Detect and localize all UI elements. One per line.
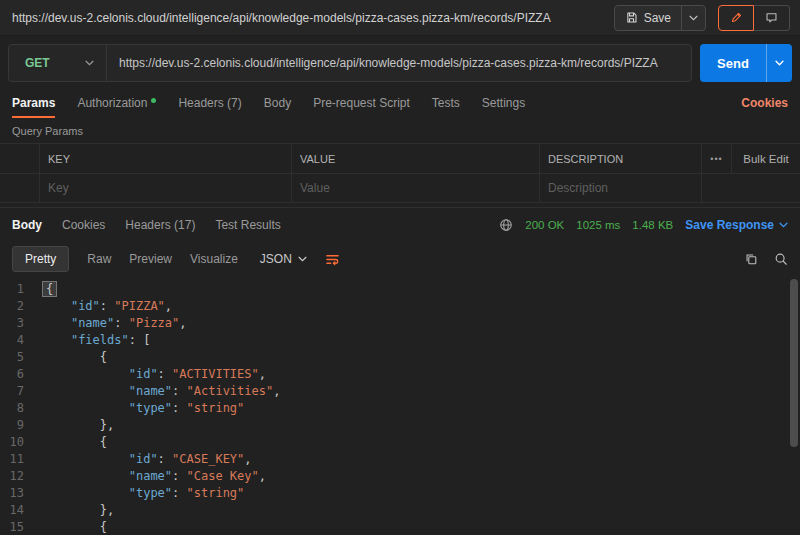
status-badge[interactable]: 200 OK	[525, 219, 564, 231]
code-line: 8 "type": "string"	[0, 400, 800, 417]
tab-authorization-label: Authorization	[77, 96, 147, 110]
toolbar-right	[744, 252, 788, 266]
request-action-group	[718, 5, 790, 31]
send-button-label-area[interactable]: Send	[700, 44, 766, 82]
save-button[interactable]: Save	[615, 6, 681, 30]
send-button[interactable]: Send	[700, 44, 792, 82]
cookies-link[interactable]: Cookies	[741, 96, 788, 110]
empty-cell	[732, 174, 800, 202]
response-body: 1{2 "id": "PIZZA",3 "name": "Pizza",4 "f…	[0, 277, 800, 535]
chevron-down-icon	[689, 15, 698, 21]
response-meta: 200 OK 1025 ms 1.48 KB Save Response	[499, 218, 788, 232]
response-size[interactable]: 1.48 KB	[632, 219, 673, 231]
code-line: 13 "type": "string"	[0, 485, 800, 502]
save-icon	[625, 11, 638, 24]
scrollbar-thumb[interactable]	[790, 279, 798, 447]
line-number: 7	[0, 383, 36, 400]
params-select-column	[0, 144, 40, 173]
query-params-label: Query Params	[0, 118, 800, 143]
chevron-down-icon	[779, 222, 788, 228]
wrap-lines-button[interactable]	[325, 252, 340, 267]
scrollbar-track[interactable]	[788, 277, 800, 535]
request-tabs: Params Authorization Headers (7) Body Pr…	[0, 88, 800, 118]
response-time[interactable]: 1025 ms	[576, 219, 620, 231]
code-line: 14 },	[0, 502, 800, 519]
param-value-input[interactable]	[300, 181, 531, 195]
url-input[interactable]	[107, 45, 691, 81]
line-number: 1	[0, 281, 36, 298]
response-tab-cookies[interactable]: Cookies	[62, 218, 105, 232]
more-options-button[interactable]: •••	[702, 144, 732, 173]
tab-authorization[interactable]: Authorization	[77, 96, 156, 110]
request-title: https://dev.us-2.celonis.cloud/intellige…	[12, 11, 614, 25]
view-tab-visualize[interactable]: Visualize	[190, 252, 238, 266]
format-label: JSON	[260, 252, 292, 266]
line-number: 10	[0, 434, 36, 451]
line-number: 2	[0, 298, 36, 315]
authorization-status-dot	[151, 98, 156, 103]
code-line: 11 "id": "CASE_KEY",	[0, 451, 800, 468]
tab-settings[interactable]: Settings	[482, 96, 525, 110]
tab-body[interactable]: Body	[264, 96, 291, 110]
view-tab-pretty[interactable]: Pretty	[12, 246, 69, 272]
send-button-label: Send	[717, 56, 749, 71]
line-number: 4	[0, 332, 36, 349]
bulk-edit-button[interactable]: Bulk Edit	[732, 144, 800, 173]
code-line: 7 "name": "Activities",	[0, 383, 800, 400]
response-tab-headers[interactable]: Headers (17)	[125, 218, 195, 232]
code-lines: 1{2 "id": "PIZZA",3 "name": "Pizza",4 "f…	[0, 281, 800, 535]
tab-tests[interactable]: Tests	[432, 96, 460, 110]
code-line: 5 {	[0, 349, 800, 366]
network-icon[interactable]	[499, 218, 513, 232]
line-number: 3	[0, 315, 36, 332]
send-options-button[interactable]	[766, 44, 792, 82]
line-number: 13	[0, 485, 36, 502]
code-line: 6 "id": "ACTIVITIES",	[0, 366, 800, 383]
format-select[interactable]: JSON	[260, 252, 307, 266]
empty-cell	[702, 174, 732, 202]
wrap-lines-icon	[325, 252, 340, 267]
param-description-input[interactable]	[548, 181, 693, 195]
code-line: 3 "name": "Pizza",	[0, 315, 800, 332]
tab-pre-request-script[interactable]: Pre-request Script	[313, 96, 410, 110]
line-number: 12	[0, 468, 36, 485]
edit-request-button[interactable]	[718, 5, 754, 31]
save-options-button[interactable]	[681, 6, 705, 30]
line-number: 15	[0, 519, 36, 535]
chevron-down-icon	[85, 60, 94, 66]
line-number: 8	[0, 400, 36, 417]
tab-headers[interactable]: Headers (7)	[178, 96, 241, 110]
response-tab-test-results[interactable]: Test Results	[215, 218, 280, 232]
topbar: https://dev.us-2.celonis.cloud/intellige…	[0, 0, 800, 36]
url-container: GET	[8, 44, 692, 82]
tab-params[interactable]: Params	[12, 96, 55, 110]
comment-button[interactable]	[754, 5, 790, 31]
method-select[interactable]: GET	[9, 45, 107, 81]
code-line: 2 "id": "PIZZA",	[0, 298, 800, 315]
copy-icon	[744, 252, 758, 266]
save-button-label: Save	[644, 11, 671, 25]
pencil-icon	[730, 11, 743, 24]
save-response-button[interactable]: Save Response	[685, 218, 788, 232]
key-column-header: KEY	[40, 144, 292, 173]
line-number: 9	[0, 417, 36, 434]
view-tab-preview[interactable]: Preview	[129, 252, 172, 266]
code-line: 12 "name": "Case Key",	[0, 468, 800, 485]
code-line: 4 "fields": [	[0, 332, 800, 349]
chevron-down-icon	[298, 256, 307, 262]
save-button-group: Save	[614, 5, 706, 31]
param-description-cell	[540, 174, 702, 202]
view-tab-raw[interactable]: Raw	[87, 252, 111, 266]
code-line: 1{	[0, 281, 800, 298]
description-column-header: DESCRIPTION	[540, 144, 702, 173]
param-key-input[interactable]	[48, 181, 283, 195]
search-icon	[774, 252, 788, 266]
search-button[interactable]	[774, 252, 788, 266]
save-response-label: Save Response	[685, 218, 774, 232]
response-tab-body[interactable]: Body	[12, 218, 42, 232]
response-tabs: Body Cookies Headers (17) Test Results 2…	[0, 207, 800, 241]
code-line: 9 },	[0, 417, 800, 434]
copy-button[interactable]	[744, 252, 758, 266]
params-input-row	[0, 173, 800, 203]
chevron-down-icon	[775, 60, 784, 66]
